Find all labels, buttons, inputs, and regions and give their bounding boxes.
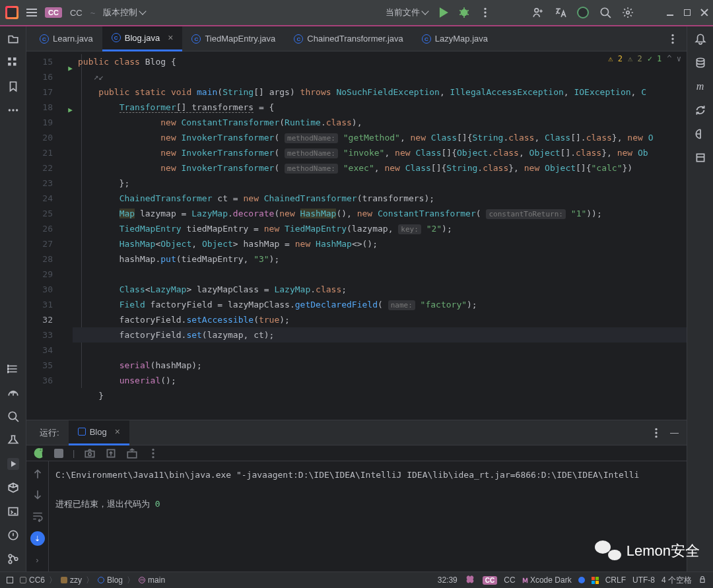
status-bar: CC6〉 zzy〉 Blog〉m main 32:39 CC CC ᴍ Xcod… — [0, 572, 713, 588]
learn-icon[interactable] — [695, 128, 706, 140]
vcs-tool-icon[interactable] — [7, 553, 19, 565]
line-separator[interactable]: CRLF — [605, 575, 626, 585]
settings-icon[interactable] — [622, 7, 634, 18]
notifications-icon[interactable] — [695, 33, 706, 45]
close-icon[interactable]: × — [168, 32, 173, 43]
translate-icon[interactable] — [555, 7, 566, 18]
run-tab-label[interactable]: 运行: — [30, 420, 69, 445]
debug-button[interactable] — [458, 7, 470, 18]
editor-tab[interactable]: ChainedTransformer.java — [285, 26, 412, 51]
scroll-to-end-icon[interactable]: ⇣ — [30, 531, 45, 546]
run-tool-icon[interactable] — [7, 458, 19, 470]
wrap-icon[interactable] — [32, 510, 44, 522]
avatar-icon[interactable] — [577, 7, 589, 18]
problems-tool-icon[interactable] — [7, 529, 19, 541]
svg-point-6 — [627, 11, 630, 15]
toolbar-more-icon[interactable] — [147, 447, 159, 459]
code-editor[interactable]: ⚠ 2 ⚠ 2 ✓ 1 ^ ∨ 151617181920212223242526… — [26, 51, 687, 420]
inspection-widget[interactable]: ⚠ 2 ⚠ 2 ✓ 1 ^ ∨ — [608, 54, 681, 63]
vcs-widget[interactable]: 版本控制 — [103, 7, 145, 18]
gutter-icons[interactable]: ▶▶ — [59, 51, 73, 420]
window-maximize-icon[interactable] — [684, 9, 691, 16]
sync-icon[interactable] — [695, 104, 706, 116]
editor-tab[interactable]: TiedMapEntry.java — [182, 26, 285, 51]
java-file-icon — [40, 34, 49, 44]
windows-icon[interactable] — [592, 577, 599, 584]
maven-icon[interactable]: m — [695, 81, 706, 92]
right-tool-rail: m — [687, 26, 713, 572]
structure-tool-icon[interactable] — [7, 57, 19, 69]
brain-icon[interactable] — [464, 574, 476, 586]
svg-point-4 — [535, 9, 539, 13]
terminal-tool-icon[interactable] — [7, 506, 19, 517]
down-arrow-icon[interactable] — [32, 489, 44, 501]
svg-point-11 — [8, 109, 10, 111]
find-tool-icon[interactable] — [7, 410, 19, 422]
java-file-icon — [294, 34, 303, 44]
encoding[interactable]: UTF-8 — [632, 575, 655, 585]
database-icon[interactable] — [695, 57, 706, 69]
search-icon[interactable] — [599, 7, 611, 18]
up-arrow-icon[interactable] — [32, 468, 44, 480]
code-area[interactable]: public class Blog { ↗↙ public static voi… — [73, 51, 687, 420]
indent[interactable]: 4 个空格 — [662, 575, 692, 586]
breadcrumb-item[interactable]: CC6 — [20, 575, 45, 585]
run-button[interactable] — [437, 7, 449, 18]
svg-point-16 — [7, 371, 9, 372]
expand-icon[interactable]: › — [36, 555, 38, 565]
export-icon[interactable] — [105, 447, 117, 459]
theme-indicator[interactable]: ᴍ Xcode Dark — [522, 575, 572, 585]
svg-point-1 — [484, 8, 486, 10]
minimize-panel-icon[interactable]: — — [670, 428, 679, 438]
layout-icon[interactable] — [126, 447, 138, 459]
editor-tab[interactable]: Blog.java× — [102, 26, 183, 51]
java-file-icon — [191, 34, 201, 44]
services-tool-icon[interactable] — [7, 482, 19, 494]
cc-badge-sb[interactable]: CC — [483, 576, 497, 585]
run-config-selector[interactable]: 当前文件 — [386, 7, 428, 18]
tabs-more-icon[interactable] — [667, 33, 679, 45]
breadcrumb-item[interactable]: m main — [139, 575, 165, 585]
window-close-icon[interactable] — [701, 9, 708, 16]
java-file-icon — [422, 34, 431, 44]
svg-rect-36 — [696, 154, 704, 161]
window-minimize-icon[interactable] — [667, 9, 673, 16]
svg-rect-29 — [86, 451, 95, 457]
breadcrumb-item[interactable]: Blog — [98, 575, 123, 585]
svg-point-0 — [461, 10, 467, 16]
profiler-tool-icon[interactable] — [7, 387, 19, 399]
build-tool-icon[interactable] — [7, 434, 19, 446]
code-with-me-icon[interactable] — [532, 7, 544, 18]
breadcrumb[interactable]: CC6〉 zzy〉 Blog〉m main — [20, 575, 165, 586]
bookmarks-tool-icon[interactable] — [7, 81, 19, 92]
rerun-button[interactable] — [33, 447, 45, 459]
more-tool-icon[interactable] — [7, 104, 19, 116]
svg-point-30 — [88, 452, 92, 455]
project-tool-icon[interactable] — [7, 33, 19, 45]
svg-rect-37 — [700, 579, 704, 582]
toolwindow-toggle-icon[interactable] — [7, 577, 13, 583]
svg-point-21 — [9, 560, 12, 564]
editor-tab[interactable]: Learn.java — [30, 26, 102, 51]
todo-tool-icon[interactable] — [7, 363, 19, 375]
more-actions-icon[interactable] — [479, 7, 491, 18]
stop-button[interactable] — [54, 449, 63, 458]
line-gutter[interactable]: 1516171819202122232425262728293031323334… — [26, 51, 59, 420]
readonly-icon[interactable] — [698, 575, 706, 585]
run-more-icon[interactable] — [650, 427, 662, 439]
svg-rect-9 — [8, 63, 11, 66]
left-tool-rail — [0, 26, 26, 572]
project-name[interactable]: CC — [70, 8, 83, 18]
breadcrumb-item[interactable]: zzy — [61, 575, 82, 585]
close-icon[interactable]: × — [115, 426, 120, 437]
editor-tab[interactable]: LazyMap.java — [413, 26, 497, 51]
caret-position[interactable]: 32:39 — [438, 575, 458, 585]
run-config-tab[interactable]: Blog × — [69, 420, 129, 445]
camera-icon[interactable] — [84, 447, 96, 459]
status-dot-icon[interactable] — [578, 577, 585, 583]
assistant-icon[interactable] — [695, 152, 706, 164]
svg-point-25 — [671, 41, 673, 43]
hamburger-icon[interactable] — [26, 9, 37, 16]
svg-point-32 — [153, 448, 154, 450]
console-output[interactable]: C:\Environment\Java11\bin\java.exe "-jav… — [49, 461, 687, 572]
